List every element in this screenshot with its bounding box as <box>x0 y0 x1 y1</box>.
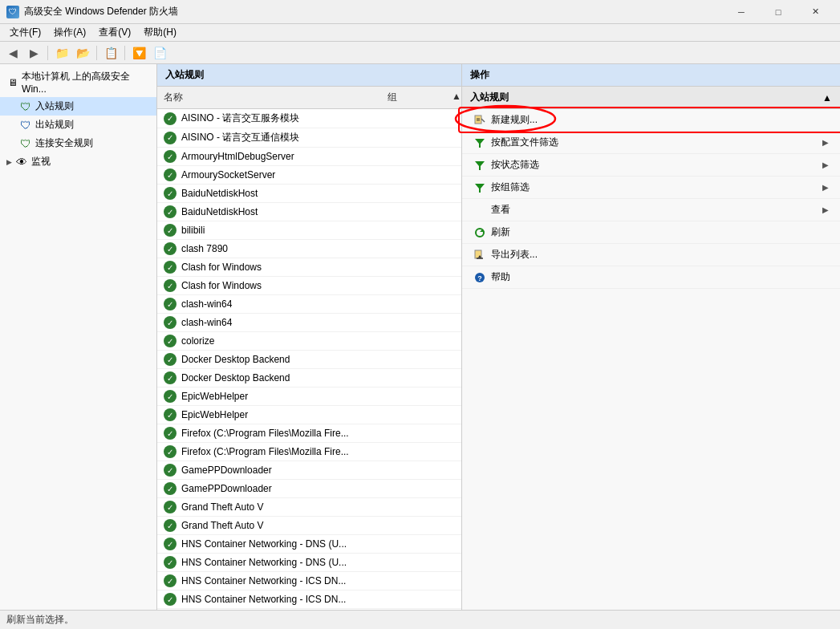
action-panel-header: 操作 <box>462 64 840 87</box>
table-row[interactable]: ✓EpicWebHelper <box>157 388 461 406</box>
action-item-4[interactable]: 查看▶ <box>462 199 840 221</box>
action-icon-0 <box>473 114 486 127</box>
table-row[interactable]: ✓Firefox (C:\Program Files\Mozilla Fire.… <box>157 424 461 443</box>
table-row[interactable]: ✓ArmourySocketServer <box>157 166 461 185</box>
action-icon-7: ? <box>473 271 486 284</box>
sidebar-monitor-label: 监视 <box>31 155 51 168</box>
action-label-4: 查看 <box>491 203 510 217</box>
toolbar-back[interactable]: ◀ <box>3 44 22 62</box>
maximize-button[interactable]: □ <box>760 0 797 24</box>
table-row[interactable]: ✓HNS Container Networking - ICS DN... <box>157 572 461 590</box>
close-button[interactable]: ✕ <box>797 0 834 24</box>
table-row[interactable]: ✓GamePPDownloader <box>157 461 461 480</box>
rule-name: Clash for Windows <box>181 262 455 273</box>
rule-name: Clash for Windows <box>181 280 455 291</box>
table-row[interactable]: ✓HNS Container Networking - DNS (U... <box>157 554 461 572</box>
toolbar-filter2[interactable]: 📄 <box>150 44 169 62</box>
table-row[interactable]: ✓clash-win64 <box>157 314 461 332</box>
rule-enabled-icon: ✓ <box>164 132 177 144</box>
menu-help[interactable]: 帮助(H) <box>137 24 183 41</box>
table-row[interactable]: ✓kms-server <box>157 609 461 610</box>
menu-view[interactable]: 查看(V) <box>92 24 137 41</box>
action-item-3[interactable]: 按组筛选▶ <box>462 177 840 199</box>
table-row[interactable]: ✓AISINO - 诺言交互服务模块 <box>157 109 461 128</box>
rule-enabled-icon: ✓ <box>164 501 177 513</box>
rule-name: EpicWebHelper <box>181 409 455 420</box>
menu-file[interactable]: 文件(F) <box>3 24 47 41</box>
table-row[interactable]: ✓HNS Container Networking - ICS DN... <box>157 590 461 609</box>
table-row[interactable]: ✓Clash for Windows <box>157 258 461 277</box>
app-icon: 🛡 <box>6 6 19 18</box>
table-row[interactable]: ✓Grand Theft Auto V <box>157 517 461 535</box>
sidebar-item-inbound[interactable]: 🛡 入站规则 <box>0 97 156 116</box>
action-arrow-3: ▶ <box>822 183 829 192</box>
sidebar-item-monitor[interactable]: ▶ 👁 监视 <box>0 152 156 171</box>
rule-name: clash-win64 <box>181 298 455 310</box>
action-item-0[interactable]: 新建规则... <box>462 109 840 132</box>
rule-enabled-icon: ✓ <box>164 261 177 274</box>
rule-enabled-icon: ✓ <box>164 408 177 421</box>
action-icon-5 <box>473 226 486 239</box>
outbound-shield-icon: 🛡 <box>19 119 32 132</box>
table-row[interactable]: ✓AISINO - 诺言交互通信模块 <box>157 128 461 148</box>
rule-enabled-icon: ✓ <box>164 574 177 587</box>
action-label-6: 导出列表... <box>491 248 538 262</box>
svg-marker-4 <box>475 139 485 148</box>
rule-name: Firefox (C:\Program Files\Mozilla Fire..… <box>181 428 455 439</box>
rule-enabled-icon: ✓ <box>164 519 177 532</box>
action-item-1[interactable]: 按配置文件筛选▶ <box>462 132 840 154</box>
table-row[interactable]: ✓Docker Desktop Backend <box>157 351 461 369</box>
connection-shield-icon: 🛡 <box>19 137 32 150</box>
toolbar-forward[interactable]: ▶ <box>24 44 43 62</box>
menu-action[interactable]: 操作(A) <box>47 24 92 41</box>
action-item-5[interactable]: 刷新 <box>462 221 840 244</box>
rule-enabled-icon: ✓ <box>164 445 177 458</box>
table-row[interactable]: ✓BaiduNetdiskHost <box>157 185 461 203</box>
svg-rect-0 <box>475 116 481 124</box>
table-row[interactable]: ✓GamePPDownloader <box>157 480 461 498</box>
table-row[interactable]: ✓Firefox (C:\Program Files\Mozilla Fire.… <box>157 443 461 461</box>
rule-enabled-icon: ✓ <box>164 279 177 292</box>
table-row[interactable]: ✓Docker Desktop Backend <box>157 369 461 388</box>
tree-root[interactable]: 🖥 本地计算机 上的高级安全 Win... <box>0 67 156 97</box>
rule-enabled-icon: ✓ <box>164 482 177 495</box>
rule-enabled-icon: ✓ <box>164 335 177 347</box>
table-row[interactable]: ✓colorize <box>157 332 461 351</box>
table-row[interactable]: ✓BaiduNetdiskHost <box>157 203 461 221</box>
toolbar-up[interactable]: 📂 <box>73 44 92 62</box>
toolbar-filter[interactable]: 🔽 <box>129 44 148 62</box>
minimize-button[interactable]: ─ <box>723 0 760 24</box>
action-section-header: 入站规则 ▲ <box>462 87 840 109</box>
rule-name: Grand Theft Auto V <box>181 501 455 513</box>
monitor-expand-arrow: ▶ <box>6 158 12 166</box>
section-collapse-arrow[interactable]: ▲ <box>822 92 832 103</box>
sidebar-inbound-label: 入站规则 <box>35 99 74 113</box>
table-row[interactable]: ✓HNS Container Networking - DNS (U... <box>157 535 461 554</box>
action-item-6[interactable]: 导出列表... <box>462 244 840 266</box>
table-row[interactable]: ✓bilibili <box>157 221 461 240</box>
status-text: 刷新当前选择。 <box>6 613 74 627</box>
action-item-7[interactable]: ?帮助 <box>462 266 840 289</box>
action-section-label: 入站规则 <box>470 91 509 104</box>
table-row[interactable]: ✓EpicWebHelper <box>157 406 461 424</box>
table-row[interactable]: ✓clash 7890 <box>157 240 461 258</box>
table-row[interactable]: ✓Clash for Windows <box>157 277 461 295</box>
rule-name: EpicWebHelper <box>181 391 455 402</box>
rule-name: AISINO - 诺言交互通信模块 <box>181 131 455 144</box>
rules-list[interactable]: ✓AISINO - 诺言交互服务模块✓AISINO - 诺言交互通信模块✓Arm… <box>157 109 461 610</box>
rule-name: Grand Theft Auto V <box>181 520 455 531</box>
rule-name: HNS Container Networking - DNS (U... <box>181 557 455 568</box>
table-row[interactable]: ✓ArmouryHtmlDebugServer <box>157 148 461 166</box>
left-panel: 🖥 本地计算机 上的高级安全 Win... 🛡 入站规则 🛡 出站规则 🛡 连接… <box>0 64 157 610</box>
table-row[interactable]: ✓Grand Theft Auto V <box>157 498 461 517</box>
sidebar-item-connection[interactable]: 🛡 连接安全规则 <box>0 134 156 152</box>
toolbar-new-rule[interactable]: 📋 <box>101 44 120 62</box>
rule-name: BaiduNetdiskHost <box>181 206 455 217</box>
action-icon-1 <box>473 136 486 149</box>
table-row[interactable]: ✓clash-win64 <box>157 295 461 314</box>
sidebar-item-outbound[interactable]: 🛡 出站规则 <box>0 116 156 134</box>
rule-name: AISINO - 诺言交互服务模块 <box>181 112 455 125</box>
toolbar-show-hide[interactable]: 📁 <box>52 44 71 62</box>
right-panel: 操作 入站规则 ▲ 新建规则...按配置文件筛选▶按状态筛选▶按组筛选▶查看▶刷… <box>462 64 840 610</box>
action-item-2[interactable]: 按状态筛选▶ <box>462 154 840 177</box>
